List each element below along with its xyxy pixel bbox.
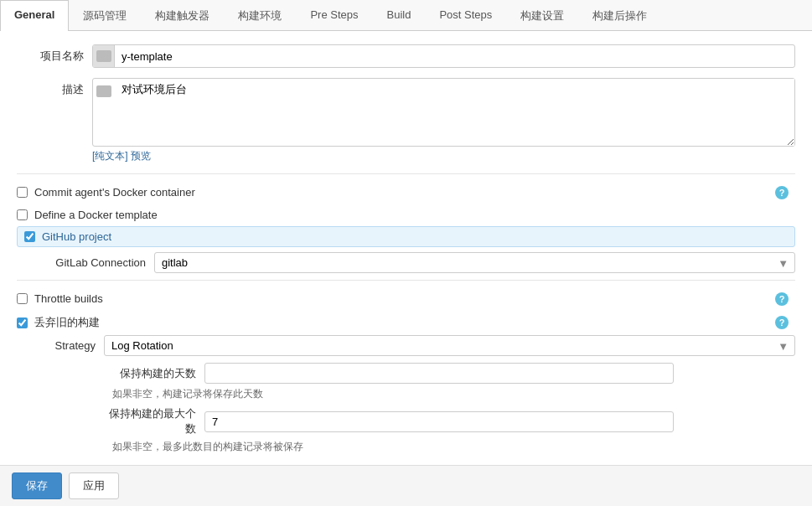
retention-days-label: 保持构建的天数	[104, 366, 204, 381]
bottom-bar: 保存 应用	[0, 465, 812, 500]
project-name-input[interactable]	[115, 47, 794, 66]
strategy-label: Strategy	[37, 339, 104, 352]
text-links: [纯文本] 预览	[92, 149, 795, 163]
define-docker-row: Define a Docker template	[17, 204, 795, 226]
retention-max-label: 保持构建的最大个数	[104, 406, 204, 436]
person-icon-desc	[96, 85, 111, 97]
define-docker-checkbox[interactable]	[17, 209, 28, 220]
strategy-select-wrap: Log Rotation Build Count ▼	[104, 335, 795, 356]
tab-pre-steps[interactable]: Pre Steps	[296, 0, 372, 31]
gitlab-connection-row: GitLab Connection gitlab ▼	[37, 252, 795, 273]
retention-max-row: 保持构建的最大个数	[104, 406, 795, 436]
commit-docker-row: Commit agent's Docker container ?	[17, 181, 795, 204]
divider-1	[17, 173, 795, 174]
project-name-label: 项目名称	[17, 44, 92, 64]
retention-days-hint: 如果非空，构建记录将保存此天数	[104, 387, 795, 401]
tab-post-build[interactable]: 构建后操作	[578, 0, 661, 31]
tab-source[interactable]: 源码管理	[69, 0, 141, 31]
gitlab-connection-select-wrap: gitlab ▼	[154, 252, 795, 273]
preview-link[interactable]: 预览	[131, 150, 151, 162]
plain-text-link[interactable]: [纯文本]	[92, 150, 128, 162]
person-icon	[96, 50, 111, 62]
project-name-input-wrapper	[92, 44, 795, 68]
save-button[interactable]: 保存	[12, 472, 62, 499]
gitlab-connection-select[interactable]: gitlab	[154, 252, 795, 273]
throttle-builds-label[interactable]: Throttle builds	[34, 292, 103, 305]
strategy-row: Strategy Log Rotation Build Count ▼	[17, 335, 795, 356]
description-label: 描述	[17, 78, 92, 97]
throttle-builds-help-icon[interactable]: ?	[775, 292, 789, 306]
description-prefix-icon	[93, 79, 115, 97]
commit-docker-help-icon[interactable]: ?	[775, 186, 789, 199]
description-textarea-wrapper: 对试环境后台	[92, 78, 795, 147]
strategy-select[interactable]: Log Rotation Build Count	[104, 335, 795, 356]
discard-builds-label[interactable]: 丢弃旧的构建	[34, 315, 100, 330]
retention-days-row: 保持构建的天数	[104, 363, 795, 384]
gitlab-connection-section: GitLab Connection gitlab ▼	[17, 252, 795, 273]
project-name-row: 项目名称	[17, 44, 795, 68]
throttle-builds-checkbox[interactable]	[17, 293, 28, 304]
github-project-row: GitHub project	[17, 226, 795, 247]
discard-builds-help-icon[interactable]: ?	[775, 316, 789, 329]
discard-builds-row: 丢弃旧的构建 ?	[17, 310, 795, 335]
tab-build[interactable]: Build	[373, 0, 426, 31]
tab-bar: General 源码管理 构建触发器 构建环境 Pre Steps Build …	[0, 0, 812, 31]
description-row: 描述 对试环境后台 [纯文本] 预览	[17, 78, 795, 163]
github-project-label[interactable]: GitHub project	[42, 230, 111, 243]
project-name-control	[92, 44, 795, 68]
retention-days-input[interactable]	[204, 363, 674, 384]
tab-post-steps[interactable]: Post Steps	[425, 0, 506, 31]
commit-docker-label[interactable]: Commit agent's Docker container	[34, 186, 195, 199]
tab-build-env[interactable]: 构建环境	[224, 0, 296, 31]
tab-build-settings[interactable]: 构建设置	[506, 0, 578, 31]
define-docker-label[interactable]: Define a Docker template	[34, 209, 158, 221]
retention-section: 保持构建的天数 如果非空，构建记录将保存此天数 保持构建的最大个数 如果非空，最…	[17, 363, 795, 454]
tab-general[interactable]: General	[0, 0, 69, 31]
project-name-prefix-icon	[93, 45, 115, 67]
main-content: 项目名称 描述 对试环境后台 [纯文本] 预览	[0, 31, 812, 500]
github-project-checkbox[interactable]	[24, 231, 35, 242]
commit-docker-checkbox[interactable]	[17, 187, 28, 198]
divider-2	[17, 280, 795, 281]
gitlab-connection-label: GitLab Connection	[37, 256, 154, 269]
tab-triggers[interactable]: 构建触发器	[141, 0, 224, 31]
discard-builds-checkbox[interactable]	[17, 318, 28, 328]
description-textarea[interactable]: 对试环境后台	[115, 79, 794, 146]
description-control: 对试环境后台 [纯文本] 预览	[92, 78, 795, 163]
retention-max-hint: 如果非空，最多此数目的构建记录将被保存	[104, 440, 795, 454]
throttle-builds-row: Throttle builds ?	[17, 287, 795, 310]
apply-button[interactable]: 应用	[69, 472, 119, 499]
retention-max-input[interactable]	[204, 411, 674, 432]
